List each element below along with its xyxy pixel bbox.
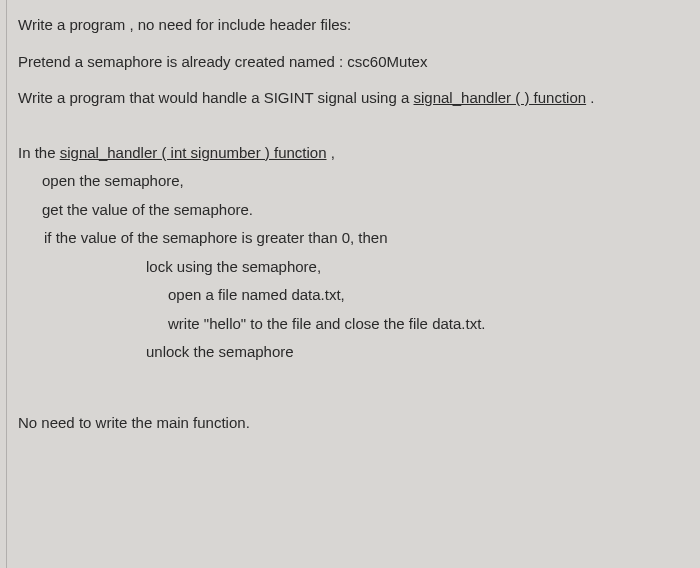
fn-post: , — [327, 144, 335, 161]
step-get-value: get the value of the semaphore. — [42, 199, 678, 222]
step-write-file: write "hello" to the file and close the … — [168, 313, 678, 336]
intro-line-3: Write a program that would handle a SIGI… — [18, 87, 678, 110]
footer-note: No need to write the main function. — [18, 412, 678, 435]
intro-line-1: Write a program , no need for include he… — [18, 14, 678, 37]
if-text: if the value of the semaphore is greater… — [44, 229, 388, 246]
intro-line-3-post: . — [586, 89, 594, 106]
fn-heading: In the signal_handler ( int signumber ) … — [18, 142, 678, 165]
left-margin-line — [6, 0, 7, 568]
fn-underline: signal_handler ( int signumber ) functio… — [60, 144, 327, 161]
intro-line-3-underline: signal_handler ( ) function — [414, 89, 587, 106]
step-open-semaphore: open the semaphore, — [42, 170, 678, 193]
step-if-condition: if the value of the semaphore is greater… — [42, 227, 678, 250]
fn-pre: In the — [18, 144, 60, 161]
body-section: In the signal_handler ( int signumber ) … — [18, 142, 678, 364]
step-open-file: open a file named data.txt, — [168, 284, 678, 307]
intro-line-2: Pretend a semaphore is already created n… — [18, 51, 678, 74]
step-lock: lock using the semaphore, — [146, 256, 678, 279]
intro-section: Write a program , no need for include he… — [18, 14, 678, 110]
step-unlock: unlock the semaphore — [146, 341, 678, 364]
intro-line-3-pre: Write a program that would handle a SIGI… — [18, 89, 414, 106]
